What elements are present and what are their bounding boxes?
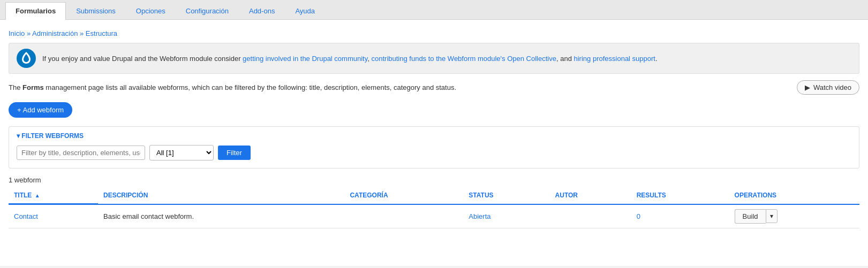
cell-operations: Build ▾ [729,204,859,228]
col-operations: OPERATIONS [729,187,859,204]
webforms-table: TITLE ▲ DESCRIPCIÓN CATEGORÍA STATUS AUT… [9,187,859,228]
build-dropdown-button[interactable]: ▾ [766,209,778,223]
cell-results: 0 [631,204,729,228]
col-title[interactable]: TITLE ▲ [9,187,98,204]
banner-link2[interactable]: contributing funds to the Webform module… [371,55,556,63]
description-row: The Forms management page lists all avai… [9,80,859,95]
col-results[interactable]: RESULTS [631,187,729,204]
cell-autor [550,204,631,228]
tab-configuracion[interactable]: Configuración [176,2,239,19]
tab-bar: Formularios Submissions Opciones Configu… [0,0,868,20]
breadcrumb-sep2: » [80,29,86,37]
info-banner: If you enjoy and value Drupal and the We… [9,43,859,74]
breadcrumb-sep1: » [27,29,32,37]
sort-arrow-title: ▲ [35,193,40,198]
cell-description: Basic email contact webform. [98,204,344,228]
banner-link1[interactable]: getting involved in the Drupal community [243,55,367,63]
status-link[interactable]: Abierta [469,212,490,220]
tab-submissions[interactable]: Submissions [66,2,126,19]
drupal-icon [17,49,36,68]
table-header-row: TITLE ▲ DESCRIPCIÓN CATEGORÍA STATUS AUT… [9,187,859,204]
tab-opciones[interactable]: Opciones [126,2,176,19]
watch-video-label: Watch video [813,83,851,91]
breadcrumb: Inicio » Administración » Estructura [9,25,859,43]
table-row: Contact Basic email contact webform. Abi… [9,204,859,228]
filter-text-input[interactable] [17,146,145,160]
watch-video-icon: ▶ [805,83,810,91]
filter-controls: All [1] Filter [17,145,851,160]
tab-addons[interactable]: Add-ons [239,2,285,19]
filter-category-select[interactable]: All [1] [149,145,214,160]
cell-categoria [344,204,463,228]
cell-title: Contact [9,204,98,228]
contact-link[interactable]: Contact [14,212,38,220]
breadcrumb-administracion[interactable]: Administración [32,29,78,37]
col-categoria[interactable]: CATEGORÍA [344,187,463,204]
filter-section: ▾ FILTER WEBFORMS All [1] Filter [9,126,859,169]
col-description[interactable]: DESCRIPCIÓN [98,187,344,204]
cell-status: Abierta [463,204,549,228]
webform-count: 1 webform [9,176,859,184]
breadcrumb-inicio[interactable]: Inicio [9,29,25,37]
add-webform-button[interactable]: + Add webform [9,102,72,118]
banner-text: If you enjoy and value Drupal and the We… [42,55,851,63]
main-content: Inicio » Administración » Estructura If … [0,20,868,266]
col-autor[interactable]: AUTOR [550,187,631,204]
col-status[interactable]: STATUS [463,187,549,204]
description-text: The Forms management page lists all avai… [9,83,788,91]
tab-formularios[interactable]: Formularios [5,2,66,20]
banner-link3[interactable]: hiring professional support [574,55,655,63]
results-link[interactable]: 0 [637,212,640,220]
filter-button[interactable]: Filter [218,146,251,160]
build-btn-group: Build ▾ [735,209,778,224]
breadcrumb-estructura[interactable]: Estructura [86,29,117,37]
watch-video-button[interactable]: ▶ Watch video [797,80,859,95]
build-button[interactable]: Build [735,209,766,224]
filter-title: ▾ FILTER WEBFORMS [17,132,851,140]
tab-ayuda[interactable]: Ayuda [285,2,325,19]
